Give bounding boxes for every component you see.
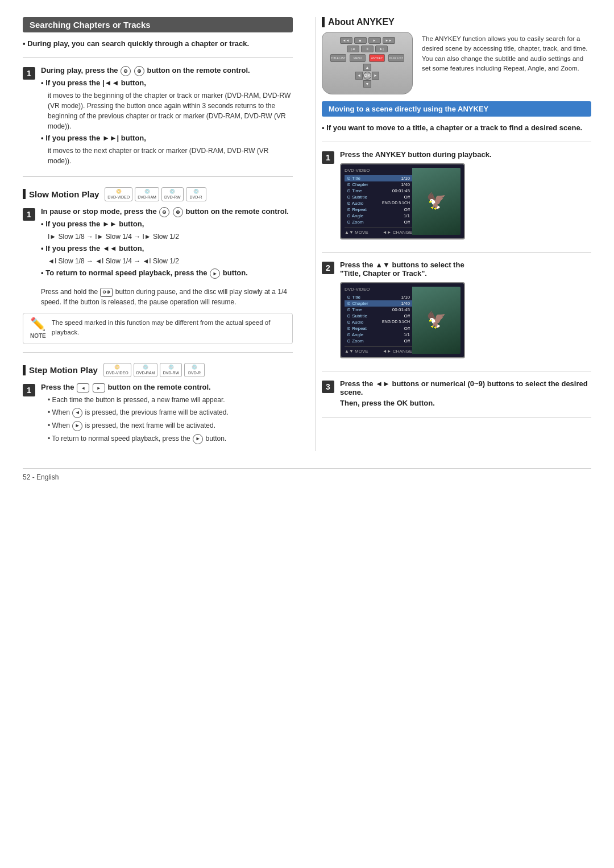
screen1-row-audio: ⊙ AudioENG DD 5.1CH — [345, 200, 412, 206]
disc-icons-step: 📀DVD-VIDEO 💿DVD-RAM 💿DVD-RW 💿DVD-R — [103, 363, 205, 377]
step-bullet4: • To return to normal speed playback, pr… — [48, 433, 293, 444]
searching-step1-content: During play, press the ⊖ ⊕ button on the… — [41, 66, 293, 168]
disc2-dvd-r: 💿DVD-R — [184, 363, 205, 377]
slow-sym2: ⊕ — [173, 207, 183, 217]
screen2-row-chapter: ⊙ Chapter1/40 — [345, 300, 412, 307]
anykey-step2: 2 Press the ▲▼ buttons to select the "Ti… — [322, 261, 591, 363]
step-motion-section: Step Motion Play 📀DVD-VIDEO 💿DVD-RAM 💿DV… — [23, 363, 293, 377]
remote-btn-next: ►► — [383, 37, 395, 44]
divider-right3 — [322, 371, 591, 371]
note-pencil-icon: ✏️ — [30, 317, 45, 332]
slow-rew-desc: ◄I Slow 1/8 → ◄I Slow 1/4 → ◄I Slow 1/2 — [48, 256, 293, 266]
page-number: 52 - English — [23, 473, 59, 481]
anykey-step3-text2: Then, press the OK button. — [340, 399, 591, 407]
remote-btn-skipback: |◄ — [347, 46, 359, 52]
section-searching-title: Searching Chapters or Tracks — [30, 20, 151, 30]
step-bullet1: • Each time the button is pressed, a new… — [48, 395, 293, 405]
anykey-remote-graphic: ◄◄ ■ ► ►► |◄ ⏸ ►| TITLE LIST MENU ANYKEY — [322, 32, 413, 94]
divider-right4 — [322, 418, 591, 418]
anykey-title-row: About ANYKEY — [322, 17, 413, 27]
screen1-row-subtitle: ⊙ SubtitleOff — [345, 194, 412, 200]
bullet-next-desc: it moves to the next chapter or track or… — [48, 146, 293, 166]
black-bar-anykey — [322, 17, 325, 27]
divider-right2 — [322, 252, 591, 253]
disc2-dvd-video: 📀DVD-VIDEO — [103, 363, 131, 377]
right-column: About ANYKEY ◄◄ ■ ► ►► |◄ ⏸ ►| — [316, 17, 591, 451]
bird-image-2: 🦅 — [426, 311, 446, 329]
note-icon-area: ✏️ NOTE — [30, 318, 46, 339]
anykey-step-num-2: 2 — [322, 262, 334, 274]
left-column: Searching Chapters or Tracks • During pl… — [23, 17, 298, 451]
step-motion-num-1: 1 — [23, 384, 35, 396]
remote-btn-prev: ◄◄ — [340, 37, 352, 44]
anykey-step1: 1 Press the ANYKEY button during playbac… — [322, 150, 591, 244]
screen2-bird: 🦅 — [412, 287, 460, 354]
slow-step-num-1: 1 — [23, 208, 35, 221]
screen1-with-bird: DVD-VIDEO ⊙ Title1/10 ⊙ Chapter1/40 ⊙ Ti… — [345, 168, 460, 235]
screen1-row-title: ⊙ Title1/10 — [345, 175, 412, 181]
screen1-row-chapter: ⊙ Chapter1/40 — [345, 181, 412, 188]
slow-sym1: ⊖ — [159, 207, 169, 217]
screen2-header: DVD-VIDEO — [345, 287, 412, 292]
step-motion-title: Step Motion Play — [29, 365, 98, 375]
remote-btn-anykey: ANYKEY — [369, 54, 385, 62]
anykey-header-row: About ANYKEY ◄◄ ■ ► ►► |◄ ⏸ ►| — [322, 17, 591, 94]
divider3 — [23, 352, 293, 353]
anykey-step2-content: Press the ▲▼ buttons to select the "Titl… — [340, 261, 591, 363]
screen2-row-subtitle: ⊙ SubtitleOff — [345, 313, 412, 319]
screen2-footer: ▲▼ MOVE ◄► CHANGE — [345, 346, 412, 354]
remote-down: ▼ — [363, 80, 371, 88]
fwd-frame-sym: ► — [72, 421, 82, 431]
anykey-screen1: DVD-VIDEO ⊙ Title1/10 ⊙ Chapter1/40 ⊙ Ti… — [340, 163, 465, 239]
slow-step1: 1 In pause or stop mode, press the ⊖ ⊕ b… — [23, 207, 293, 282]
screen2-with-bird: DVD-VIDEO ⊙ Title1/10 ⊙ Chapter1/40 ⊙ Ti… — [345, 287, 460, 354]
step-sym2: ► — [93, 383, 105, 392]
remote-right: ► — [372, 72, 379, 79]
anykey-step-num-1: 1 — [322, 151, 334, 164]
anykey-screen2: DVD-VIDEO ⊙ Title1/10 ⊙ Chapter1/40 ⊙ Ti… — [340, 282, 465, 358]
screen1-row-zoom: ⊙ ZoomOff — [345, 219, 412, 225]
disc-dvd-video: 📀DVD-VIDEO — [105, 187, 132, 201]
moving-scene-header: Moving to a scene directly using the ANY… — [322, 101, 591, 117]
disc-icons-slow: 📀DVD-VIDEO 💿DVD-RAM 💿DVD-RW 💿DVD-R — [105, 187, 206, 201]
note-box-slow: ✏️ NOTE The speed marked in this functio… — [23, 313, 293, 344]
section-searching-header: Searching Chapters or Tracks — [23, 17, 293, 32]
screen2-row-time: ⊙ Time00:01:45 — [345, 307, 412, 313]
screen1-row-time: ⊙ Time00:01:45 — [345, 188, 412, 194]
anykey-step1-text: Press the ANYKEY button during playback. — [340, 150, 591, 159]
remote-dpad: ▲ ◄ OK ► ▼ — [355, 64, 379, 88]
anykey-step1-content: Press the ANYKEY button during playback.… — [340, 150, 591, 244]
screen2-row-zoom: ⊙ ZoomOff — [345, 338, 412, 344]
slow-step1-content: In pause or stop mode, press the ⊖ ⊕ but… — [41, 207, 293, 282]
slow-normal-bullet: To return to normal speed playback, pres… — [41, 268, 293, 279]
remote-ok: OK — [363, 72, 371, 79]
black-bar-slow — [23, 189, 26, 199]
step-sym1: ◄ — [77, 383, 89, 392]
moving-intro: • If you want to move to a title, a chap… — [322, 122, 591, 134]
anykey-step3-text: Press the ◄► buttons or numerical (0~9) … — [340, 379, 591, 396]
hold-sym: ⊖⊕ — [100, 288, 113, 297]
step-motion-step1: 1 Press the ◄ ► button on the remote con… — [23, 383, 293, 446]
normal-play-sym: ► — [193, 434, 203, 444]
page-footer: 52 - English — [23, 468, 591, 481]
step-bullet3: • When ► is pressed, the next frame will… — [48, 420, 293, 431]
back-frame-sym: ◄ — [72, 408, 82, 418]
remote-top-row: ◄◄ ■ ► ►► — [340, 37, 395, 44]
screen2-row-title: ⊙ Title1/10 — [345, 294, 412, 300]
remote-mid-row: |◄ ⏸ ►| — [347, 46, 388, 52]
divider2 — [23, 176, 293, 177]
screen2-data: DVD-VIDEO ⊙ Title1/10 ⊙ Chapter1/40 ⊙ Ti… — [345, 287, 412, 354]
note-text: The speed marked in this function may be… — [52, 318, 285, 338]
anykey-step3: 3 Press the ◄► buttons or numerical (0~9… — [322, 379, 591, 410]
bird-image-1: 🦅 — [426, 192, 446, 210]
remote-btn-stop: ■ — [354, 37, 367, 44]
screen2-row-angle: ⊙ Angle1/1 — [345, 332, 412, 338]
step-num-1: 1 — [23, 67, 35, 80]
screen2-row-audio: ⊙ AudioENG DD 5.1CH — [345, 319, 412, 325]
remote-btn-title: TITLE LIST — [330, 54, 346, 62]
anykey-step-num-3: 3 — [322, 381, 334, 393]
remote-btn-skipfwd: ►| — [375, 46, 388, 52]
anykey-description: The ANYKEY function allows you to easily… — [422, 34, 591, 73]
disc2-dvd-rw: 💿DVD-RW — [160, 363, 182, 377]
moving-scene-title: Moving to a scene directly using the ANY… — [329, 105, 488, 113]
